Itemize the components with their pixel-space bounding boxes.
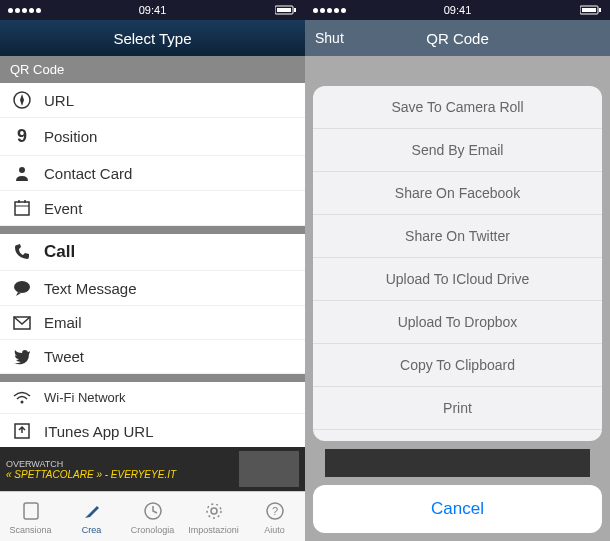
tab-create[interactable]: Crea xyxy=(61,492,122,541)
svg-rect-13 xyxy=(24,503,38,519)
action-share-facebook[interactable]: Share On Facebook xyxy=(313,172,602,215)
help-icon: ? xyxy=(263,499,287,523)
tab-label: Aiuto xyxy=(264,525,285,535)
action-upload-icloud[interactable]: Upload To ICloud Drive xyxy=(313,258,602,301)
list-item-message[interactable]: Text Message xyxy=(0,271,305,306)
history-icon xyxy=(141,499,165,523)
tab-bar: Scansiona Crea Cronologia Impostazioni ?… xyxy=(0,491,305,541)
page-title: Select Type xyxy=(113,30,191,47)
status-time: 09:41 xyxy=(444,4,472,16)
itunes-icon xyxy=(10,422,34,440)
section-divider xyxy=(0,226,305,234)
phone-left: 09:41 Select Type QR Code URL 9 Position… xyxy=(0,0,305,541)
action-share-twitter[interactable]: Share On Twitter xyxy=(313,215,602,258)
list-item-url[interactable]: URL xyxy=(0,83,305,118)
section-header-qr: QR Code xyxy=(0,56,305,83)
wifi-icon xyxy=(10,391,34,405)
list-label: URL xyxy=(44,92,74,109)
ad-title: OVERWATCH xyxy=(6,459,235,469)
list-label: Contact Card xyxy=(44,165,132,182)
list-item-wifi[interactable]: Wi-Fi Network xyxy=(0,382,305,414)
svg-point-11 xyxy=(21,400,24,403)
list-item-contact[interactable]: Contact Card xyxy=(0,156,305,191)
list-label: Email xyxy=(44,314,82,331)
svg-rect-20 xyxy=(582,8,596,12)
message-icon xyxy=(10,279,34,297)
svg-rect-5 xyxy=(15,202,29,215)
list-label: Event xyxy=(44,200,82,217)
svg-rect-2 xyxy=(294,8,296,12)
svg-rect-1 xyxy=(277,8,291,12)
list-item-event[interactable]: Event xyxy=(0,191,305,226)
qr-preview xyxy=(325,449,590,477)
list-label: Position xyxy=(44,128,97,145)
page-title: QR Code xyxy=(426,30,489,47)
compass-icon xyxy=(10,91,34,109)
list-item-position[interactable]: 9 Position xyxy=(0,118,305,156)
svg-rect-21 xyxy=(599,8,601,12)
create-icon xyxy=(80,499,104,523)
list-item-call[interactable]: Call xyxy=(0,234,305,271)
list-label: Tweet xyxy=(44,348,84,365)
section-divider xyxy=(0,374,305,382)
battery-icon xyxy=(580,5,602,15)
email-icon xyxy=(10,316,34,330)
type-list: QR Code URL 9 Position Contact Card Even… xyxy=(0,56,305,447)
battery-icon xyxy=(275,5,297,15)
list-label: Text Message xyxy=(44,280,137,297)
tab-label: Crea xyxy=(82,525,102,535)
svg-point-16 xyxy=(207,504,221,518)
position-icon: 9 xyxy=(10,126,34,147)
ad-text: « SPETTACOLARE » - EVERYEYE.IT xyxy=(6,469,235,480)
action-upload-dropbox[interactable]: Upload To Dropbox xyxy=(313,301,602,344)
action-sheet-overlay: Save To Camera Roll Send By Email Share … xyxy=(305,56,610,541)
signal-icon xyxy=(8,8,41,13)
tab-scan[interactable]: Scansiona xyxy=(0,492,61,541)
svg-point-9 xyxy=(14,281,30,293)
status-bar: 09:41 xyxy=(0,0,305,20)
signal-icon xyxy=(313,8,346,13)
tab-label: Impostazioni xyxy=(188,525,239,535)
svg-text:?: ? xyxy=(271,505,277,517)
phone-right: 09:41 Shut QR Code Save To Camera Roll S… xyxy=(305,0,610,541)
nav-back[interactable]: Shut xyxy=(315,30,344,46)
list-item-tweet[interactable]: Tweet xyxy=(0,340,305,374)
action-copy-clipboard[interactable]: Copy To Clipboard xyxy=(313,344,602,387)
tab-help[interactable]: ? Aiuto xyxy=(244,492,305,541)
cancel-button[interactable]: Cancel xyxy=(313,485,602,533)
list-item-email[interactable]: Email xyxy=(0,306,305,340)
ad-banner[interactable]: OVERWATCH « SPETTACOLARE » - EVERYEYE.IT xyxy=(0,447,305,491)
svg-point-15 xyxy=(211,508,217,514)
svg-point-4 xyxy=(19,167,25,173)
list-label: ITunes App URL xyxy=(44,423,154,440)
action-sheet: Save To Camera Roll Send By Email Share … xyxy=(313,86,602,441)
status-bar: 09:41 xyxy=(305,0,610,20)
ad-image xyxy=(239,451,299,487)
tab-history[interactable]: Cronologia xyxy=(122,492,183,541)
nav-bar: Select Type xyxy=(0,20,305,56)
nav-bar: Shut QR Code xyxy=(305,20,610,56)
list-label: Call xyxy=(44,242,75,262)
action-save-camera-roll[interactable]: Save To Camera Roll xyxy=(313,86,602,129)
contact-icon xyxy=(10,164,34,182)
phone-icon xyxy=(10,243,34,261)
action-other[interactable]: Other xyxy=(313,430,602,441)
list-item-itunes[interactable]: ITunes App URL xyxy=(0,414,305,447)
twitter-icon xyxy=(10,349,34,365)
tab-label: Cronologia xyxy=(131,525,175,535)
gear-icon xyxy=(202,499,226,523)
status-time: 09:41 xyxy=(139,4,167,16)
action-send-email[interactable]: Send By Email xyxy=(313,129,602,172)
calendar-icon xyxy=(10,199,34,217)
scan-icon xyxy=(19,499,43,523)
list-label: Wi-Fi Network xyxy=(44,390,126,405)
action-print[interactable]: Print xyxy=(313,387,602,430)
tab-label: Scansiona xyxy=(9,525,51,535)
tab-settings[interactable]: Impostazioni xyxy=(183,492,244,541)
